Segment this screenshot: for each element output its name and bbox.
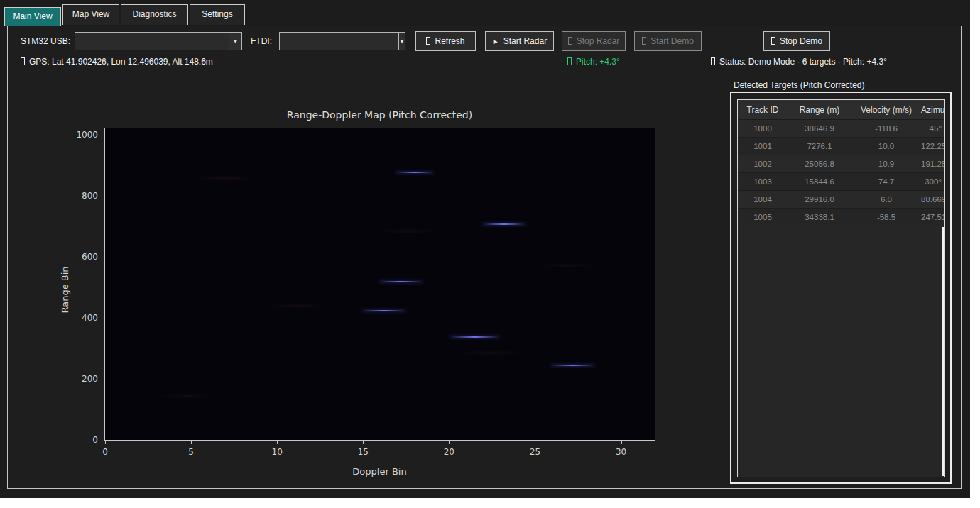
start-radar-button[interactable]: ►Start Radar bbox=[485, 31, 554, 51]
table-row[interactable]: 100315844.674.7300° bbox=[738, 173, 944, 191]
y-tick-label: 600 bbox=[65, 252, 98, 262]
gyro-icon bbox=[567, 57, 572, 65]
table-cell: 1000 bbox=[738, 124, 788, 133]
table-cell: 7276.1 bbox=[788, 142, 851, 150]
y-tick bbox=[101, 258, 104, 258]
table-cell: 191.2552 bbox=[921, 160, 945, 168]
x-tick bbox=[363, 441, 364, 444]
x-tick-label: 20 bbox=[435, 447, 463, 457]
y-axis-label: Range Bin bbox=[60, 266, 70, 313]
table-cell: 247.5104 bbox=[921, 213, 945, 221]
table-cell: 38646.9 bbox=[788, 124, 851, 133]
target-streak bbox=[449, 336, 501, 338]
table-row[interactable]: 100225056.810.9191.2552 bbox=[738, 155, 944, 173]
stop-demo-button[interactable]: Stop Demo bbox=[763, 31, 830, 51]
plot-title: Range-Doppler Map (Pitch Corrected) bbox=[104, 109, 655, 121]
targets-caption: Detected Targets (Pitch Corrected) bbox=[734, 80, 865, 90]
stm32-port-input[interactable] bbox=[75, 33, 229, 50]
table-cell: 300° bbox=[921, 177, 944, 186]
table-row[interactable]: 100429916.06.088.66998 bbox=[738, 191, 944, 209]
status-icon bbox=[711, 57, 715, 65]
x-tick bbox=[277, 441, 278, 444]
table-cell: 34338.1 bbox=[788, 213, 851, 221]
tab-settings[interactable]: Settings bbox=[190, 4, 245, 25]
y-tick-label: 0 bbox=[65, 435, 98, 445]
x-tick bbox=[535, 441, 535, 444]
x-tick-label: 10 bbox=[263, 447, 291, 457]
tab-map-view[interactable]: Map View bbox=[62, 4, 119, 25]
plot-area: 05101520253002004006008001000 bbox=[104, 128, 655, 441]
table-scrollbar[interactable] bbox=[942, 227, 944, 476]
satellite-icon bbox=[21, 57, 25, 65]
y-tick bbox=[101, 197, 104, 197]
target-streak bbox=[379, 281, 423, 282]
main-view-pane: STM32 USB: ▼ FTDI: ▼ Refresh ►Start Rada… bbox=[7, 26, 962, 489]
x-tick-label: 15 bbox=[349, 447, 377, 457]
y-tick-label: 800 bbox=[65, 191, 98, 201]
table-row[interactable]: 100038646.9-118.645° bbox=[738, 120, 944, 138]
x-tick bbox=[191, 441, 192, 444]
col-track-id: Track ID bbox=[738, 105, 788, 115]
system-status: Status: Demo Mode - 6 targets - Pitch: +… bbox=[711, 57, 887, 67]
table-cell: 1003 bbox=[738, 177, 788, 186]
gps-status: GPS: Lat 41.902426, Lon 12.496039, Alt 1… bbox=[21, 57, 213, 67]
table-cell: 88.66998 bbox=[921, 195, 945, 204]
refresh-button[interactable]: Refresh bbox=[415, 31, 476, 51]
table-cell: 122.2510 bbox=[921, 142, 945, 150]
x-tick-label: 5 bbox=[177, 447, 205, 457]
table-cell: 29916.0 bbox=[788, 195, 851, 204]
table-cell: 1004 bbox=[738, 195, 788, 204]
targets-table[interactable]: Track ID Range (m) Velocity (m/s) Azimu … bbox=[737, 99, 945, 477]
x-tick-label: 30 bbox=[607, 447, 636, 457]
play-icon: ► bbox=[492, 38, 499, 45]
table-cell: 45° bbox=[921, 124, 944, 133]
table-cell: -58.5 bbox=[851, 213, 921, 221]
start-demo-button[interactable]: Start Demo bbox=[634, 31, 702, 51]
target-streak bbox=[361, 310, 406, 311]
x-tick-label: 25 bbox=[521, 447, 549, 457]
table-cell: 1002 bbox=[738, 160, 788, 168]
ftdi-port-input[interactable] bbox=[280, 33, 398, 50]
y-tick bbox=[101, 441, 104, 441]
tab-main-view[interactable]: Main View bbox=[4, 7, 61, 26]
targets-table-header: Track ID Range (m) Velocity (m/s) Azimu bbox=[738, 100, 944, 120]
y-tick bbox=[101, 136, 104, 136]
table-row[interactable]: 10017276.110.0122.2510 bbox=[738, 138, 944, 155]
stop-radar-button[interactable]: Stop Radar bbox=[562, 31, 626, 51]
stop-icon bbox=[568, 37, 572, 45]
y-tick-label: 400 bbox=[65, 313, 98, 323]
targets-table-body: 100038646.9-118.645°10017276.110.0122.25… bbox=[738, 120, 944, 226]
y-tick bbox=[101, 319, 104, 319]
pitch-indicator: Pitch: +4.3° bbox=[567, 57, 620, 67]
tab-diagnostics[interactable]: Diagnostics bbox=[121, 4, 188, 25]
demo-icon bbox=[642, 37, 646, 45]
table-row[interactable]: 100534338.1-58.5247.5104 bbox=[738, 209, 944, 226]
y-tick-label: 1000 bbox=[65, 130, 98, 140]
col-azimuth: Azimu bbox=[921, 105, 945, 115]
chevron-down-icon[interactable]: ▼ bbox=[229, 33, 241, 50]
table-cell: 6.0 bbox=[851, 195, 921, 204]
table-cell: 10.0 bbox=[851, 142, 921, 150]
x-axis-label: Doppler Bin bbox=[104, 466, 655, 477]
stm32-port-combo[interactable]: ▼ bbox=[75, 32, 242, 50]
target-streak bbox=[396, 172, 433, 173]
table-cell: -118.6 bbox=[851, 124, 921, 133]
table-cell: 74.7 bbox=[851, 177, 921, 186]
ftdi-port-combo[interactable]: ▼ bbox=[279, 32, 405, 50]
chevron-down-icon[interactable]: ▼ bbox=[398, 33, 405, 50]
x-tick bbox=[621, 441, 622, 444]
stm32-usb-label: STM32 USB: bbox=[21, 36, 70, 46]
col-velocity: Velocity (m/s) bbox=[851, 105, 921, 115]
x-tick bbox=[449, 441, 450, 444]
app-window: Main View Map View Diagnostics Settings … bbox=[0, 0, 970, 498]
ftdi-label: FTDI: bbox=[251, 36, 272, 46]
col-range: Range (m) bbox=[788, 105, 851, 115]
table-cell: 10.9 bbox=[851, 160, 921, 168]
refresh-icon bbox=[426, 37, 430, 45]
target-streak bbox=[550, 365, 595, 366]
table-cell: 15844.6 bbox=[788, 177, 851, 186]
table-cell: 1001 bbox=[738, 142, 788, 150]
y-tick bbox=[101, 380, 104, 380]
x-tick bbox=[105, 441, 106, 444]
table-cell: 1005 bbox=[738, 213, 788, 221]
